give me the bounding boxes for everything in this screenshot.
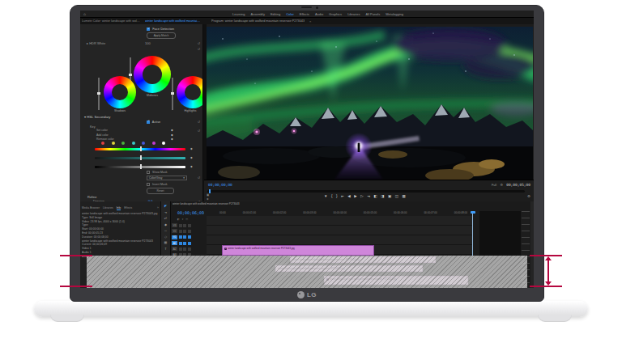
reset-effect-icon[interactable]: ↺ (198, 129, 200, 133)
timeline-playhead[interactable] (472, 211, 473, 256)
comparison-view-icon[interactable]: ◫ (395, 194, 398, 198)
timeline-settings-icon[interactable]: ▾ (182, 218, 184, 221)
play-icon[interactable]: ▶ (354, 194, 356, 198)
track-toggle-icon[interactable] (183, 242, 186, 245)
track-header-row[interactable]: V3 (172, 222, 205, 228)
close-icon[interactable]: × (309, 19, 311, 23)
track-toggle-icon[interactable] (188, 242, 191, 245)
workspace-tab[interactable]: Learning (232, 12, 245, 16)
workspace-tab[interactable]: Audio (315, 12, 323, 16)
program-scrubber[interactable] (207, 190, 525, 193)
add-marker-icon[interactable]: ▼ (324, 194, 327, 198)
track-header-row[interactable]: A1 (172, 240, 205, 246)
slider-handle-icon[interactable]: ◆ (190, 165, 193, 168)
workspace-tab[interactable]: All Panels (365, 12, 380, 16)
track-toggle-icon[interactable] (179, 248, 182, 251)
hsl-secondary-header[interactable]: ▾ HSL Secondary (84, 115, 110, 119)
reset-effect-icon[interactable]: ↺ (198, 47, 200, 51)
ripple-edit-tool[interactable]: ⇄ (164, 217, 167, 220)
hdr-white-value[interactable]: 100 (145, 41, 151, 45)
sequence-tab[interactable]: winter landscape with wolford mountain r… (173, 202, 294, 205)
shadows-color-wheel[interactable] (104, 76, 136, 108)
home-icon[interactable]: ⌂ (83, 11, 86, 17)
color-swatch[interactable] (152, 142, 156, 145)
add-color-row[interactable]: Add color (96, 133, 109, 137)
track-toggle-icon[interactable] (179, 224, 182, 227)
track-toggle-icon[interactable] (183, 235, 186, 239)
hand-tool[interactable]: ▦ (164, 241, 168, 244)
go-to-out-icon[interactable]: ⇥ (367, 194, 370, 198)
track-toggle-icon[interactable] (183, 224, 186, 227)
workspace-tab[interactable]: Metalogging (386, 12, 403, 16)
workspace-tab[interactable]: Libraries (347, 12, 360, 16)
media-panel-tab[interactable]: Libraries (103, 206, 113, 210)
face-detection-checkbox[interactable]: Face Detection (147, 27, 174, 31)
slip-tool[interactable]: ↔ (164, 229, 168, 232)
workspace-tab[interactable]: Color (286, 12, 294, 16)
timeline-clip[interactable]: fxwinter landscape with wolford mountain… (222, 245, 374, 256)
color-swatch[interactable] (162, 142, 165, 145)
track-toggle-icon[interactable] (179, 230, 182, 233)
midtones-color-wheel[interactable] (134, 56, 171, 93)
track-header-row[interactable]: V1 (172, 235, 205, 240)
remove-color-row[interactable]: Remove color (96, 138, 114, 141)
program-timecode-current[interactable]: 00;00;00;00 (208, 183, 232, 187)
workspace-tab[interactable]: Assembly (251, 12, 265, 16)
color-swatch[interactable] (112, 142, 115, 145)
shadows-luma-slider[interactable] (98, 78, 100, 110)
timeline-playhead-handle[interactable] (471, 211, 475, 214)
step-back-icon[interactable]: ◀ (347, 194, 350, 198)
invert-mask-checkbox[interactable]: Invert Mask (147, 183, 168, 186)
selection-tool[interactable]: ◤ (164, 205, 167, 208)
color-swatch[interactable] (132, 142, 135, 145)
gear-icon[interactable]: ⚙ (527, 194, 530, 198)
eyedropper-icon[interactable]: ◆ (171, 129, 173, 132)
set-color-row[interactable]: Set color (96, 129, 108, 132)
apply-match-button[interactable]: Apply Match (147, 32, 176, 39)
drag-video-icon[interactable]: ▣ (207, 193, 209, 197)
tab-source-clip[interactable]: winter landscape with wolford mountain r… (145, 19, 200, 23)
track-toggle-icon[interactable] (188, 230, 191, 233)
zoom-level-dropdown[interactable]: Full (492, 184, 496, 187)
hsl-active-checkbox[interactable]: Active (147, 121, 160, 124)
track-toggle-icon[interactable] (188, 224, 191, 227)
saturation-range-slider[interactable] (95, 157, 185, 159)
media-panel-tab[interactable]: Effects (124, 206, 132, 210)
color-swatch[interactable] (142, 142, 145, 145)
track-toggle-icon[interactable] (188, 235, 191, 239)
track-header-row[interactable]: A2 (172, 246, 205, 252)
track-toggle-icon[interactable] (188, 248, 191, 251)
track-select-tool[interactable]: ⇥ (164, 211, 167, 214)
reset-effect-icon[interactable]: ↺ (198, 41, 200, 45)
workspace-tab[interactable]: Effects (300, 12, 309, 16)
eyedropper-icon[interactable]: ◆ (171, 133, 173, 137)
track-toggle-icon[interactable] (183, 230, 186, 233)
lift-icon[interactable]: ◧ (373, 194, 377, 198)
tab-lumetri-color[interactable]: Lumetri Color: winter landscape with wol… (82, 19, 140, 23)
track-toggle-icon[interactable] (179, 235, 182, 239)
timeline-timecode[interactable]: 00;00;06;09 (177, 210, 204, 215)
mark-in-icon[interactable]: { (331, 194, 333, 198)
step-forward-icon[interactable]: ▷ (360, 194, 363, 198)
workspace-tab[interactable]: Editing (271, 12, 280, 16)
overflow-icon[interactable]: » (157, 206, 159, 210)
slider-handle-icon[interactable]: ◆ (190, 156, 193, 159)
nested-icon[interactable]: ◫ (185, 218, 188, 221)
reset-button[interactable]: Reset (147, 188, 174, 194)
eyedropper-icon[interactable]: ◆ (171, 138, 173, 141)
mask-mode-dropdown[interactable]: Color/Gray ▾ (147, 176, 187, 180)
multi-camera-icon[interactable]: ▦ (403, 194, 406, 198)
workspace-tab[interactable]: Graphics (329, 12, 342, 16)
track-toggle-icon[interactable] (179, 242, 182, 245)
timeline-scrollbar[interactable] (530, 201, 534, 288)
tab-program-monitor[interactable]: Program: winter landscape with wolford m… (211, 19, 305, 23)
highlights-color-wheel[interactable] (177, 76, 203, 108)
snap-icon[interactable]: ◧ (177, 218, 180, 221)
hue-range-slider[interactable] (95, 148, 185, 150)
type-tool[interactable]: T (164, 248, 166, 251)
razor-tool[interactable]: ◆ (164, 223, 167, 226)
export-frame-icon[interactable]: ▣ (388, 194, 391, 198)
refine-header[interactable]: Refine (87, 195, 97, 199)
reset-effect-icon[interactable]: ↺ (198, 176, 200, 180)
pen-tool[interactable]: ◇ (164, 235, 167, 239)
